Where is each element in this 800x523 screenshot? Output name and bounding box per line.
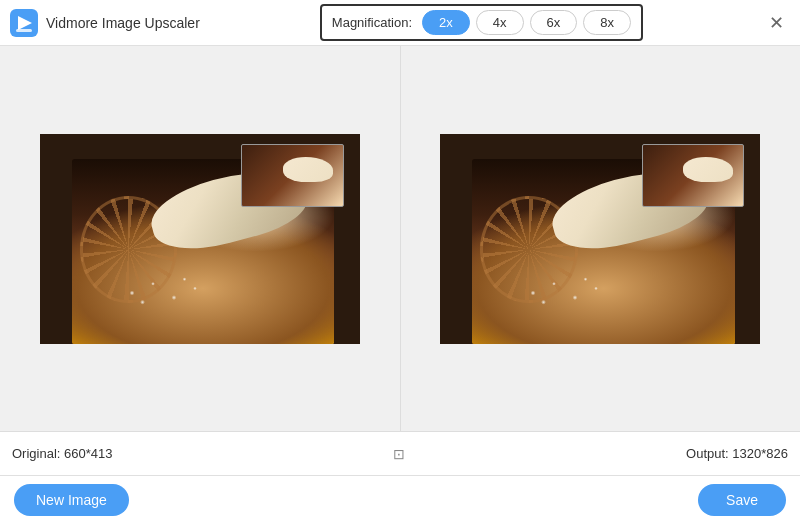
output-panel (401, 46, 801, 431)
vidmore-logo-icon (10, 9, 38, 37)
svg-rect-2 (16, 29, 32, 32)
original-photo-flowers (111, 270, 216, 316)
output-photo-flowers (512, 270, 617, 316)
output-photo-thumbnail (642, 144, 744, 207)
output-size-label: Output: 1320*826 (686, 446, 788, 461)
new-image-button[interactable]: New Image (14, 484, 129, 516)
main-content (0, 46, 800, 431)
original-panel (0, 46, 401, 431)
original-photo-collage (40, 134, 360, 344)
original-size-label: Original: 660*413 (12, 446, 112, 461)
bottom-bar: New Image Save (0, 475, 800, 523)
magnification-label: Magnification: (332, 15, 412, 30)
save-button[interactable]: Save (698, 484, 786, 516)
close-button[interactable]: ✕ (763, 12, 790, 34)
app-title: Vidmore Image Upscaler (46, 15, 200, 31)
output-image (440, 134, 760, 344)
original-image (40, 134, 360, 344)
title-left: Vidmore Image Upscaler (10, 9, 200, 37)
mag-8x-button[interactable]: 8x (583, 10, 631, 35)
mag-4x-button[interactable]: 4x (476, 10, 524, 35)
mag-2x-button[interactable]: 2x (422, 10, 470, 35)
output-photo-collage (440, 134, 760, 344)
title-bar: Vidmore Image Upscaler Magnification: 2x… (0, 0, 800, 46)
original-photo-thumbnail (241, 144, 343, 207)
mag-6x-button[interactable]: 6x (530, 10, 578, 35)
divider-icon: ⊡ (393, 446, 405, 462)
status-bar: Original: 660*413 ⊡ Output: 1320*826 (0, 431, 800, 475)
magnification-controls: Magnification: 2x 4x 6x 8x (320, 4, 643, 41)
